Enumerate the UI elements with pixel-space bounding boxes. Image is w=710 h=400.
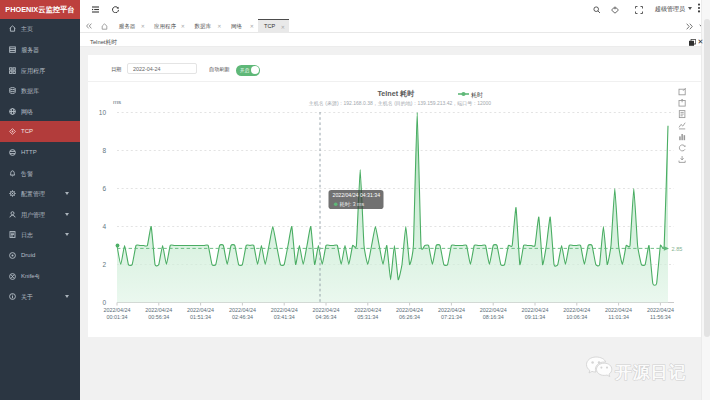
svg-text:ms: ms bbox=[113, 98, 121, 105]
svg-text:09:11:34: 09:11:34 bbox=[525, 314, 546, 320]
svg-text:2022/04/24: 2022/04/24 bbox=[145, 307, 172, 313]
svg-text:06:26:34: 06:26:34 bbox=[399, 314, 420, 320]
svg-text:11:01:34: 11:01:34 bbox=[608, 314, 629, 320]
svg-text:2022/04/24: 2022/04/24 bbox=[313, 307, 340, 313]
svg-text:8: 8 bbox=[102, 147, 106, 154]
svg-text:08:16:34: 08:16:34 bbox=[483, 314, 504, 320]
svg-text:耗时: 3 ms: 耗时: 3 ms bbox=[340, 201, 365, 208]
svg-text:2022/04/24: 2022/04/24 bbox=[438, 307, 465, 313]
svg-text:2022/04/24: 2022/04/24 bbox=[354, 307, 381, 313]
svg-text:2: 2 bbox=[102, 261, 106, 268]
svg-text:2022/04/24: 2022/04/24 bbox=[229, 307, 256, 313]
svg-text:2022/04/24: 2022/04/24 bbox=[563, 307, 590, 313]
svg-text:耗时: 耗时 bbox=[471, 92, 483, 99]
svg-text:05:31:34: 05:31:34 bbox=[357, 314, 378, 320]
svg-text:2022/04/24: 2022/04/24 bbox=[396, 307, 423, 313]
svg-text:00:56:34: 00:56:34 bbox=[148, 314, 169, 320]
svg-text:10: 10 bbox=[99, 109, 107, 116]
svg-text:03:41:34: 03:41:34 bbox=[274, 314, 295, 320]
svg-text:01:51:34: 01:51:34 bbox=[190, 314, 211, 320]
svg-text:0: 0 bbox=[102, 299, 106, 306]
svg-text:02:46:34: 02:46:34 bbox=[232, 314, 253, 320]
svg-text:2022/04/24: 2022/04/24 bbox=[187, 307, 214, 313]
svg-text:2022/04/24: 2022/04/24 bbox=[271, 307, 298, 313]
svg-text:Telnet 耗时: Telnet 耗时 bbox=[377, 89, 415, 98]
svg-text:07:21:34: 07:21:34 bbox=[441, 314, 462, 320]
svg-text:2022/04/24: 2022/04/24 bbox=[104, 307, 131, 313]
svg-text:2.85: 2.85 bbox=[672, 246, 683, 252]
svg-text:2022/04/24: 2022/04/24 bbox=[647, 307, 674, 313]
svg-text:11:56:34: 11:56:34 bbox=[650, 314, 671, 320]
svg-text:4: 4 bbox=[102, 223, 106, 230]
svg-text:2022/04/24 04:31:34: 2022/04/24 04:31:34 bbox=[333, 192, 381, 198]
svg-text:主机名 (来源)：192.168.0.38，主机名 (目的地: 主机名 (来源)：192.168.0.38，主机名 (目的地)：139.159.… bbox=[309, 100, 492, 107]
svg-text:10:06:34: 10:06:34 bbox=[566, 314, 587, 320]
svg-text:04:36:34: 04:36:34 bbox=[316, 314, 337, 320]
svg-text:开源日记: 开源日记 bbox=[614, 363, 686, 382]
svg-text:6: 6 bbox=[102, 185, 106, 192]
svg-text:00:01:34: 00:01:34 bbox=[107, 314, 128, 320]
svg-text:2022/04/24: 2022/04/24 bbox=[605, 307, 632, 313]
svg-text:2022/04/24: 2022/04/24 bbox=[480, 307, 507, 313]
svg-text:2022/04/24: 2022/04/24 bbox=[522, 307, 549, 313]
